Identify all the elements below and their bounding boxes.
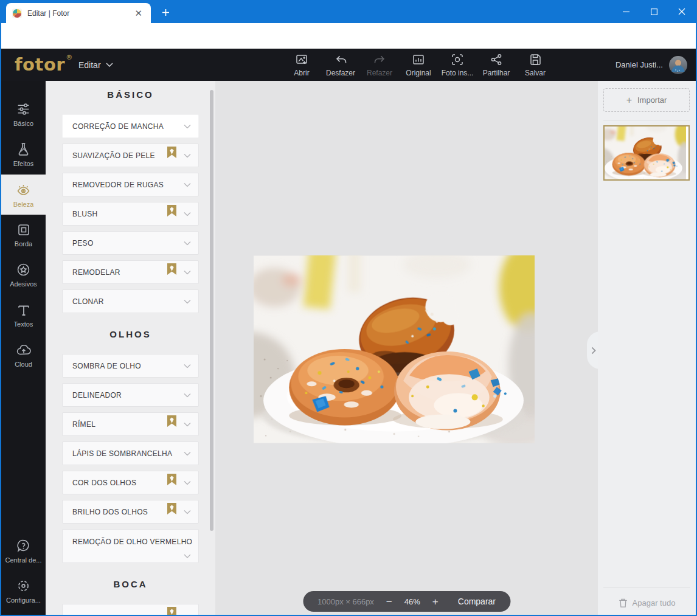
tab-close-icon[interactable]: ✕ xyxy=(132,7,145,19)
redo-button[interactable]: Refazer xyxy=(360,49,399,81)
chevron-down-icon xyxy=(184,299,191,303)
clear-all-button[interactable]: Apagar tudo xyxy=(598,598,696,608)
cloud-upload-icon xyxy=(16,343,32,358)
pro-ribbon-icon xyxy=(167,415,176,427)
help-icon xyxy=(16,538,31,553)
user-name: Daniel Justi... xyxy=(616,60,663,69)
tool-label: Salvar xyxy=(525,69,546,77)
accordion-label: CLONAR xyxy=(72,297,104,306)
open-button[interactable]: Abrir xyxy=(282,49,321,81)
accordion-lapis-de-sombrancelha[interactable]: LÁPIS DE SOMBRANCELHA xyxy=(62,441,199,465)
chevron-down-icon xyxy=(184,554,191,558)
sidebar-item-efeitos[interactable]: Efeitos xyxy=(1,134,46,175)
pro-ribbon-icon xyxy=(167,474,176,485)
accordion-remocao-de-olho-vermelho[interactable]: REMOÇÃO DE OLHO VERMELHO xyxy=(62,529,199,563)
accordion-correcao-de-mancha[interactable]: CORREÇÃO DE MANCHA xyxy=(62,114,199,138)
app-header: fotor® Editar Abrir Desfazer Refazer Ori… xyxy=(1,49,696,81)
accordion-label: RÍMEL xyxy=(72,420,95,429)
browser-tab[interactable]: Editar | Fotor ✕ xyxy=(6,3,151,23)
accordion-peso[interactable]: PESO xyxy=(62,231,199,255)
sticker-star-icon xyxy=(16,262,31,277)
sidebar-label: Borda xyxy=(15,240,32,247)
fotor-logo[interactable]: fotor® xyxy=(15,54,73,75)
zoom-level: 46% xyxy=(404,597,420,606)
sidebar-label: Básico xyxy=(13,120,33,127)
accordion-brilho-dos-olhos[interactable]: BRILHO DOS OLHOS xyxy=(62,500,199,524)
image-thumbnail[interactable] xyxy=(603,125,690,181)
accordion-remodelar[interactable]: REMODELAR xyxy=(62,260,199,284)
zoom-out-button[interactable]: − xyxy=(386,597,392,607)
maximize-icon[interactable] xyxy=(640,0,668,23)
divider xyxy=(603,587,690,587)
image-size-label: 1000px × 666px xyxy=(317,597,374,606)
pro-ribbon-icon xyxy=(167,607,176,615)
chevron-down-icon xyxy=(184,212,191,216)
share-icon xyxy=(490,53,503,66)
tool-label: Original xyxy=(406,69,431,77)
sidebar-item-help-center[interactable]: Central de... xyxy=(1,531,46,571)
accordion-delineador[interactable]: DELINEADOR xyxy=(62,383,199,407)
pro-ribbon-icon xyxy=(167,503,176,514)
panel-scrollbar[interactable] xyxy=(210,90,213,531)
settings-gear-icon xyxy=(16,578,31,594)
photo-insert-button[interactable]: Foto ins... xyxy=(438,49,477,81)
fotor-logo-text: fotor xyxy=(15,54,65,75)
clear-all-label: Apagar tudo xyxy=(633,598,676,607)
accordion-clonar[interactable]: CLONAR xyxy=(62,289,199,313)
accordion-rimel[interactable]: RÍMEL xyxy=(62,412,199,436)
accordion-suavizacao-de-pele[interactable]: SUAVIZAÇÃO DE PELE xyxy=(62,144,199,167)
accordion-label: PESO xyxy=(72,239,94,247)
accordion-removedor-de-rugas[interactable]: REMOVEDOR DE RUGAS xyxy=(62,173,199,196)
sidebar-item-settings[interactable]: Configura... xyxy=(1,571,46,611)
accordion-cor-dos-olhos[interactable]: COR DOS OLHOS xyxy=(62,471,199,494)
user-account[interactable]: Daniel Justi... xyxy=(616,49,687,81)
minimize-icon[interactable] xyxy=(612,0,640,23)
eye-icon xyxy=(15,182,32,198)
images-panel: + Importar Apagar tudo xyxy=(598,81,696,615)
sidebar-item-cloud[interactable]: Cloud xyxy=(1,335,46,375)
redo-icon xyxy=(373,53,387,66)
accordion-blush[interactable]: BLUSH xyxy=(62,202,199,226)
accordion-label: SUAVIZAÇÃO DE PELE xyxy=(72,151,155,160)
edit-menu-label: Editar xyxy=(78,60,101,70)
accordion-label: REMOÇÃO DE OLHO VERMELHO xyxy=(72,538,192,546)
sidebar-label: Efeitos xyxy=(13,160,34,167)
browser-titlebar: Editar | Fotor ✕ xyxy=(1,0,696,23)
zoom-in-button[interactable]: + xyxy=(432,597,439,607)
left-sidebar: Básico Efeitos Beleza Borda Adesivos Tex… xyxy=(1,81,46,615)
zoom-toolbar: 1000px × 666px − 46% + Comparar xyxy=(303,591,510,612)
beauty-panel: BÁSICO CORREÇÃO DE MANCHA SUAVIZAÇÃO DE … xyxy=(46,81,215,615)
save-icon xyxy=(529,53,542,66)
trash-icon xyxy=(619,598,628,608)
chevron-down-icon xyxy=(184,241,191,245)
chevron-down-icon xyxy=(184,270,191,274)
sidebar-item-textos[interactable]: Textos xyxy=(1,295,46,335)
import-button[interactable]: + Importar xyxy=(603,88,690,112)
sidebar-label: Adesivos xyxy=(10,280,37,288)
chevron-down-icon xyxy=(184,480,191,485)
close-icon[interactable] xyxy=(668,0,696,23)
pro-ribbon-icon xyxy=(167,147,176,158)
original-button[interactable]: Original xyxy=(399,49,438,81)
accordion-boca-item[interactable] xyxy=(62,604,199,615)
trademark: ® xyxy=(66,54,73,61)
sidebar-item-beleza[interactable]: Beleza xyxy=(1,175,46,215)
tool-label: Partilhar xyxy=(483,69,510,77)
accordion-label: REMOVEDOR DE RUGAS xyxy=(72,181,164,189)
sidebar-item-adesivos[interactable]: Adesivos xyxy=(1,255,46,295)
flask-icon xyxy=(16,142,31,157)
save-button[interactable]: Salvar xyxy=(516,49,555,81)
compare-button[interactable]: Comparar xyxy=(458,597,496,606)
undo-button[interactable]: Desfazer xyxy=(321,49,360,81)
sidebar-label: Configura... xyxy=(6,597,41,604)
sidebar-item-borda[interactable]: Borda xyxy=(1,215,46,255)
accordion-label: CORREÇÃO DE MANCHA xyxy=(72,122,164,131)
accordion-label: DELINEADOR xyxy=(72,391,122,400)
accordion-sombra-de-olho[interactable]: SOMBRA DE OLHO xyxy=(62,354,199,378)
new-tab-button[interactable] xyxy=(159,6,172,18)
share-button[interactable]: Partilhar xyxy=(477,49,516,81)
sidebar-item-basico[interactable]: Básico xyxy=(1,94,46,134)
plus-icon: + xyxy=(626,95,632,106)
edit-menu[interactable]: Editar xyxy=(78,49,113,81)
canvas-image[interactable] xyxy=(254,255,535,443)
